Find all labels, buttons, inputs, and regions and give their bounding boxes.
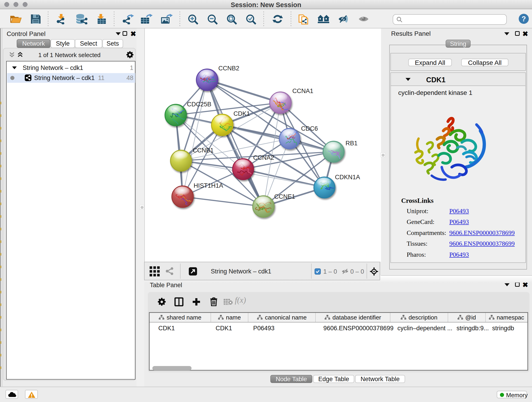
svg-text:CCNA2: CCNA2 <box>253 154 274 161</box>
svg-text:CDKN1A: CDKN1A <box>335 174 360 181</box>
svg-text:CDC25B: CDC25B <box>187 101 211 108</box>
svg-text:HIST1H1A: HIST1H1A <box>194 182 223 189</box>
svg-text:CCNB2: CCNB2 <box>218 65 239 72</box>
svg-text:?: ? <box>522 15 526 23</box>
svg-text:RB1: RB1 <box>346 140 358 147</box>
svg-text:CDK1: CDK1 <box>234 110 250 117</box>
svg-text:CCNA1: CCNA1 <box>292 88 313 95</box>
svg-text:CDC6: CDC6 <box>301 125 318 132</box>
svg-text:CCNB1: CCNB1 <box>193 147 214 154</box>
svg-text:CCNE1: CCNE1 <box>274 193 295 200</box>
